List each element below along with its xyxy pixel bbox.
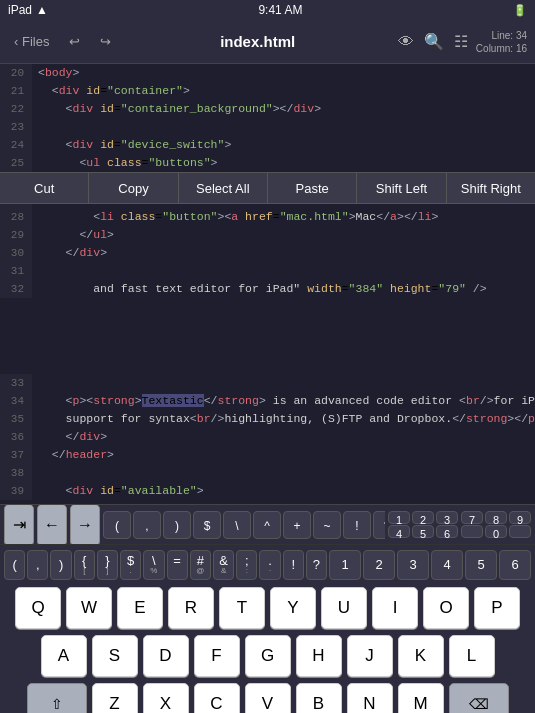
- key-a[interactable]: A: [41, 635, 87, 677]
- sym-hash[interactable]: #@: [190, 550, 211, 580]
- key-j[interactable]: J: [347, 635, 393, 677]
- key-t[interactable]: T: [219, 587, 265, 629]
- sym-num1[interactable]: 1: [329, 550, 361, 580]
- preview-icon[interactable]: 👁: [398, 33, 414, 51]
- code-line-23: 23: [0, 118, 535, 136]
- file-title: index.html: [125, 33, 389, 50]
- files-label[interactable]: Files: [22, 34, 49, 49]
- num4-key[interactable]: 4: [388, 525, 410, 538]
- key-k[interactable]: K: [398, 635, 444, 677]
- num8-key[interactable]: 8: [485, 511, 507, 524]
- search-icon[interactable]: 🔍: [424, 32, 444, 51]
- sym-question[interactable]: ?: [306, 550, 327, 580]
- plus-key[interactable]: +: [283, 511, 311, 539]
- num2-key[interactable]: 2: [412, 511, 434, 524]
- code-line-25: 25 <ul class="buttons">: [0, 154, 535, 172]
- sym-num2[interactable]: 2: [363, 550, 395, 580]
- code-editor[interactable]: 20 <body> 21 <div id="container"> 22 <di…: [0, 64, 535, 374]
- shift-right-button[interactable]: Shift Right: [447, 173, 535, 203]
- key-i[interactable]: I: [372, 587, 418, 629]
- cut-button[interactable]: Cut: [0, 173, 89, 203]
- key-h[interactable]: H: [296, 635, 342, 677]
- code-editor-lower[interactable]: 33 34 <p><strong>Textastic</strong> is a…: [0, 374, 535, 504]
- arrow-left-key[interactable]: ←: [37, 504, 67, 544]
- exclaim-key[interactable]: !: [343, 511, 371, 539]
- num5-key[interactable]: 5: [412, 525, 434, 538]
- sym-comma[interactable]: ,: [27, 550, 48, 580]
- key-z[interactable]: Z: [92, 683, 138, 713]
- tab-key[interactable]: ⇥: [4, 504, 34, 544]
- code-line-24: 24 <div id="device_switch">: [0, 136, 535, 154]
- code-line-39: 39 <div id="available">: [0, 482, 535, 500]
- sym-amp[interactable]: &&: [213, 550, 234, 580]
- key-m[interactable]: M: [398, 683, 444, 713]
- key-o[interactable]: O: [423, 587, 469, 629]
- key-f[interactable]: F: [194, 635, 240, 677]
- back-icon: ‹: [14, 34, 18, 49]
- key-u[interactable]: U: [321, 587, 367, 629]
- key-v[interactable]: V: [245, 683, 291, 713]
- key-c[interactable]: C: [194, 683, 240, 713]
- num3-key[interactable]: 3: [436, 511, 458, 524]
- sym-num5[interactable]: 5: [465, 550, 497, 580]
- undo-button[interactable]: ↩: [63, 30, 86, 53]
- toolbar-icons: 👁 🔍 ☷: [398, 32, 468, 51]
- key-n[interactable]: N: [347, 683, 393, 713]
- key-x[interactable]: X: [143, 683, 189, 713]
- code-line-33: 33: [0, 374, 535, 392]
- key-p[interactable]: P: [474, 587, 520, 629]
- num0-key[interactable]: 0: [485, 525, 507, 538]
- settings-icon[interactable]: ☷: [454, 32, 468, 51]
- sym-equals[interactable]: =: [167, 550, 188, 580]
- sym-dollar[interactable]: $.: [120, 550, 141, 580]
- arrow-right-key[interactable]: →: [70, 504, 100, 544]
- keyboard-row-2: A S D F G H J K L: [0, 632, 535, 680]
- key-e[interactable]: E: [117, 587, 163, 629]
- sym-dot[interactable]: .·: [259, 550, 280, 580]
- code-line-29: 29 </ul>: [0, 226, 535, 244]
- key-w[interactable]: W: [66, 587, 112, 629]
- key-r[interactable]: R: [168, 587, 214, 629]
- key-s[interactable]: S: [92, 635, 138, 677]
- sym-num6[interactable]: 6: [499, 550, 531, 580]
- backspace-key[interactable]: ⌫: [449, 683, 509, 713]
- toolbar: ‹ Files ↩ ↪ index.html 👁 🔍 ☷ Line: 34 Co…: [0, 20, 535, 64]
- paste-button[interactable]: Paste: [268, 173, 357, 203]
- wifi-icon: ▲: [36, 3, 48, 17]
- shift-key[interactable]: ⇧: [27, 683, 87, 713]
- sym-num3[interactable]: 3: [397, 550, 429, 580]
- shift-left-button[interactable]: Shift Left: [357, 173, 446, 203]
- key-g[interactable]: G: [245, 635, 291, 677]
- caret-key[interactable]: ^: [253, 511, 281, 539]
- dollar-key[interactable]: $: [193, 511, 221, 539]
- comma-key[interactable]: ,: [133, 511, 161, 539]
- keyboard: Q W E R T Y U I O P A S D F G H J K L ⇧ …: [0, 584, 535, 713]
- num6-key[interactable]: 6: [436, 525, 458, 538]
- key-d[interactable]: D: [143, 635, 189, 677]
- sym-paren-open[interactable]: (: [4, 550, 25, 580]
- paren-close-key[interactable]: ): [163, 511, 191, 539]
- back-button[interactable]: ‹ Files: [8, 30, 55, 53]
- num-blank-key: [461, 525, 483, 538]
- sym-paren-close[interactable]: ): [50, 550, 71, 580]
- sym-backslash[interactable]: \%: [143, 550, 164, 580]
- key-l[interactable]: L: [449, 635, 495, 677]
- key-b[interactable]: B: [296, 683, 342, 713]
- num9-key[interactable]: 9: [509, 511, 531, 524]
- question-key[interactable]: ?: [373, 511, 385, 539]
- sym-exclaim[interactable]: !: [283, 550, 304, 580]
- copy-button[interactable]: Copy: [89, 173, 178, 203]
- select-all-button[interactable]: Select All: [179, 173, 268, 203]
- redo-button[interactable]: ↪: [94, 30, 117, 53]
- paren-open-key[interactable]: (: [103, 511, 131, 539]
- sym-num4[interactable]: 4: [431, 550, 463, 580]
- sym-brace-open[interactable]: {[: [74, 550, 95, 580]
- sym-brace-close[interactable]: }]: [97, 550, 118, 580]
- tilde-key[interactable]: ~: [313, 511, 341, 539]
- backslash-key[interactable]: \: [223, 511, 251, 539]
- key-y[interactable]: Y: [270, 587, 316, 629]
- sym-semicolon[interactable]: ;:: [236, 550, 257, 580]
- key-q[interactable]: Q: [15, 587, 61, 629]
- num7-key[interactable]: 7: [461, 511, 483, 524]
- num1-key[interactable]: 1: [388, 511, 410, 524]
